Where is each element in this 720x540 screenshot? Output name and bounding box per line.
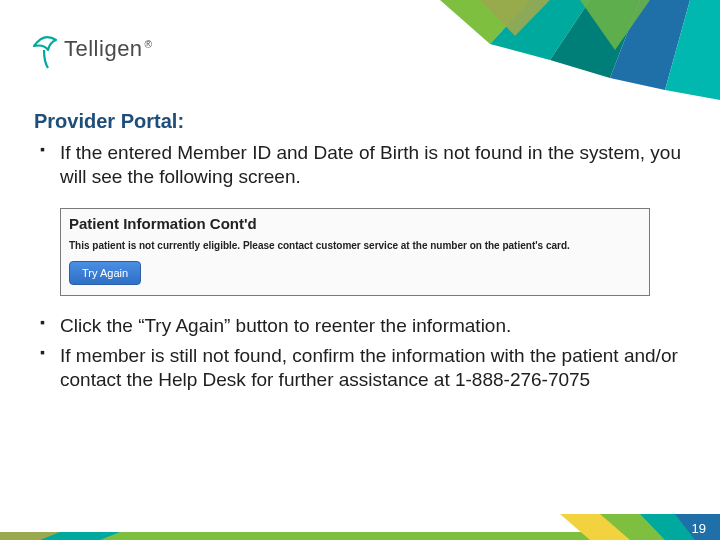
content-area: Provider Portal: If the entered Member I… xyxy=(34,110,686,399)
page-number: 19 xyxy=(692,521,706,536)
list-item: If the entered Member ID and Date of Bir… xyxy=(34,141,686,190)
footer-bar: 19 xyxy=(0,514,720,540)
screenshot-message: This patient is not currently eligible. … xyxy=(69,240,641,251)
logo-name: Telligen xyxy=(64,36,143,61)
slide: Telligen® Provider Portal: If the entere… xyxy=(0,0,720,540)
list-item: If member is still not found, confirm th… xyxy=(34,344,686,393)
logo-mark-icon xyxy=(30,28,62,70)
screenshot-title: Patient Information Cont'd xyxy=(69,215,641,232)
logo-text: Telligen® xyxy=(64,36,152,62)
section-title: Provider Portal: xyxy=(34,110,686,133)
registered-mark: ® xyxy=(145,39,153,50)
list-item: Click the “Try Again” button to reenter … xyxy=(34,314,686,338)
brand-logo: Telligen® xyxy=(30,28,152,70)
bullet-list-top: If the entered Member ID and Date of Bir… xyxy=(34,141,686,190)
bullet-list-bottom: Click the “Try Again” button to reenter … xyxy=(34,314,686,393)
header-decoration xyxy=(440,0,720,100)
embedded-screenshot: Patient Information Cont'd This patient … xyxy=(60,208,650,296)
try-again-button[interactable]: Try Again xyxy=(69,261,141,285)
